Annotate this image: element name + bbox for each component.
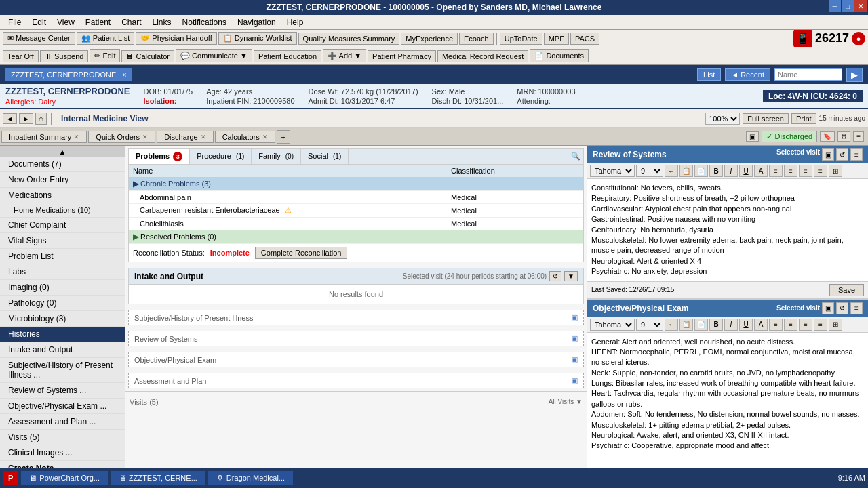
- review-align-center-btn[interactable]: ≡: [784, 165, 797, 177]
- assessment-expand-icon[interactable]: ▣: [571, 376, 578, 385]
- review-align-right-btn[interactable]: ≡: [799, 165, 812, 177]
- review-underline-btn[interactable]: U: [739, 165, 753, 177]
- objective-underline-btn[interactable]: U: [739, 319, 753, 331]
- dynamic-worklist-btn[interactable]: 📋 Dynamic Worklist: [218, 32, 297, 45]
- fullscreen-btn[interactable]: Full screen: [743, 113, 789, 124]
- close-btn[interactable]: ✕: [854, 0, 867, 12]
- sidebar-item-labs[interactable]: Labs: [0, 264, 125, 280]
- patient-education-btn[interactable]: Patient Education: [254, 50, 321, 62]
- table-row[interactable]: Carbapenem resistant Enterobacteriaceae …: [129, 204, 583, 218]
- tab-quick-close[interactable]: ✕: [142, 134, 148, 140]
- sidebar-item-subjective-history[interactable]: Subjective/History of Present Illness ..…: [0, 358, 125, 383]
- notification-badge[interactable]: ●: [852, 32, 865, 45]
- sidebar-item-intake-output[interactable]: Intake and Output: [0, 342, 125, 358]
- objective-font-select[interactable]: Tahoma: [590, 319, 635, 331]
- review-size-select[interactable]: 9: [636, 165, 663, 177]
- objective-table-btn[interactable]: ⊞: [829, 319, 842, 331]
- uptodate-btn[interactable]: UpToDate: [500, 33, 542, 45]
- menu-file[interactable]: File: [3, 16, 26, 28]
- taskbar-zzztest-btn[interactable]: 🖥 ZZZTEST, CERNE...: [111, 471, 205, 485]
- sidebar-item-histories[interactable]: Histories: [0, 327, 125, 342]
- objective-tool-3[interactable]: 📄: [694, 319, 708, 331]
- sidebar-item-chief-complaint[interactable]: Chief Complaint: [0, 218, 125, 233]
- objective-align-center-btn[interactable]: ≡: [784, 319, 797, 331]
- review-color-btn[interactable]: A: [754, 165, 768, 177]
- taskbar-dragon-btn[interactable]: 🎙 Dragon Medical...: [208, 471, 293, 485]
- myexperience-btn[interactable]: MyExperience: [401, 33, 458, 45]
- add-btn[interactable]: ➕ Add ▼: [323, 49, 366, 62]
- objective-italic-btn[interactable]: I: [724, 319, 738, 331]
- sidebar-item-home-meds[interactable]: Home Medications (10): [0, 203, 125, 218]
- objective-color-btn[interactable]: A: [754, 319, 768, 331]
- zoom-select[interactable]: 100%: [705, 113, 740, 125]
- pacs-btn[interactable]: PACS: [570, 33, 599, 45]
- review-tool-2[interactable]: 📋: [679, 165, 693, 177]
- all-visits-link[interactable]: All Visits ▼: [549, 398, 583, 405]
- tearoff-btn[interactable]: Tear Off: [3, 50, 39, 62]
- tab-add-btn[interactable]: +: [277, 130, 290, 144]
- review-refresh-btn[interactable]: ↺: [836, 148, 848, 161]
- objective-bold-btn[interactable]: B: [709, 319, 723, 331]
- ecoach-btn[interactable]: Ecoach: [459, 33, 494, 45]
- objective-align-right-btn[interactable]: ≡: [799, 319, 812, 331]
- review-save-btn[interactable]: Save: [829, 284, 864, 296]
- settings-btn[interactable]: ⚙: [837, 131, 850, 142]
- communicate-btn[interactable]: 💬 Communicate ▼: [176, 49, 252, 62]
- panel-toggle-btn[interactable]: ▣: [746, 131, 759, 142]
- edit-btn[interactable]: ✏ Edit: [90, 49, 120, 62]
- recent-btn[interactable]: ◄ Recent: [725, 68, 770, 81]
- chronic-header-row[interactable]: ▶ Chronic Problems (3): [129, 178, 583, 191]
- restore-btn[interactable]: □: [842, 0, 854, 12]
- list-btn[interactable]: List: [697, 68, 721, 81]
- objective-align-justify-btn[interactable]: ≡: [814, 319, 827, 331]
- objective-note-content[interactable]: General: Alert and oriented, well nouris…: [587, 333, 868, 488]
- patient-tab[interactable]: ZZZTEST, CERNERPRODONE ×: [5, 68, 132, 81]
- table-row[interactable]: Cholelithiasis Medical: [129, 218, 583, 230]
- sidebar-item-microbiology[interactable]: Microbiology (3): [0, 311, 125, 327]
- menu-links[interactable]: Links: [147, 16, 177, 28]
- sidebar-item-documents[interactable]: Documents (7): [0, 157, 125, 172]
- sidebar-item-medications[interactable]: Medications: [0, 188, 125, 203]
- prob-tab-family[interactable]: Family (0): [252, 149, 301, 164]
- sidebar-item-objective-exam[interactable]: Objective/Physical Exam ...: [0, 399, 125, 414]
- review-table-btn[interactable]: ⊞: [829, 165, 842, 177]
- review-font-select[interactable]: Tahoma: [590, 165, 635, 177]
- tab-inpatient-summary[interactable]: Inpatient Summary ✕: [1, 131, 87, 143]
- review-expand-btn[interactable]: ▣: [822, 148, 834, 161]
- sidebar-item-problem-list[interactable]: Problem List: [0, 249, 125, 264]
- objective-refresh-btn[interactable]: ↺: [836, 302, 848, 314]
- objective-align-left-btn[interactable]: ≡: [769, 319, 783, 331]
- medical-record-btn[interactable]: Medical Record Request: [437, 50, 528, 62]
- sidebar-item-vital-signs[interactable]: Vital Signs: [0, 233, 125, 249]
- sidebar-item-imaging[interactable]: Imaging (0): [0, 280, 125, 296]
- nav-fwd-btn[interactable]: ►: [19, 113, 33, 124]
- review-expand-icon[interactable]: ▣: [571, 334, 578, 343]
- review-menu-btn[interactable]: ≡: [850, 148, 863, 161]
- tab-quick-orders[interactable]: Quick Orders ✕: [88, 131, 155, 143]
- objective-menu-btn[interactable]: ≡: [850, 302, 863, 314]
- nav-back-btn[interactable]: ◄: [3, 113, 17, 124]
- resolved-header-row[interactable]: ▶ Resolved Problems (0): [129, 230, 583, 244]
- review-bold-btn[interactable]: B: [709, 165, 723, 177]
- tab-calc-close[interactable]: ✕: [262, 134, 268, 140]
- review-align-justify-btn[interactable]: ≡: [814, 165, 827, 177]
- quality-measures-btn[interactable]: Quality Measures Summary: [298, 33, 400, 45]
- discharged-btn[interactable]: ✓ Discharged: [762, 131, 817, 142]
- tab-discharge[interactable]: Discharge ✕: [157, 131, 214, 143]
- menu-patient[interactable]: Patient: [80, 16, 116, 28]
- taskbar-powercharts-btn[interactable]: 🖥 PowerChart Org...: [21, 471, 108, 485]
- io-menu-btn[interactable]: ▼: [564, 271, 578, 281]
- print-btn[interactable]: Print: [791, 113, 816, 124]
- prob-tab-problems[interactable]: Problems 3: [129, 149, 190, 164]
- menu-chart[interactable]: Chart: [116, 16, 146, 28]
- minimize-btn[interactable]: ─: [829, 0, 841, 12]
- sidebar-item-assessment-plan[interactable]: Assessment and Plan ...: [0, 414, 125, 430]
- menu-edit[interactable]: Edit: [26, 16, 52, 28]
- objective-expand-icon[interactable]: ▣: [571, 355, 578, 364]
- subjective-expand-icon[interactable]: ▣: [571, 313, 578, 322]
- bookmark-btn[interactable]: 🔖: [820, 131, 835, 142]
- patient-list-btn[interactable]: 👥 Patient List: [77, 32, 134, 45]
- menu-notifications[interactable]: Notifications: [177, 16, 232, 28]
- collapse-btn[interactable]: ≡: [853, 131, 864, 142]
- calculator-btn[interactable]: 🖩 Calculator: [121, 50, 174, 62]
